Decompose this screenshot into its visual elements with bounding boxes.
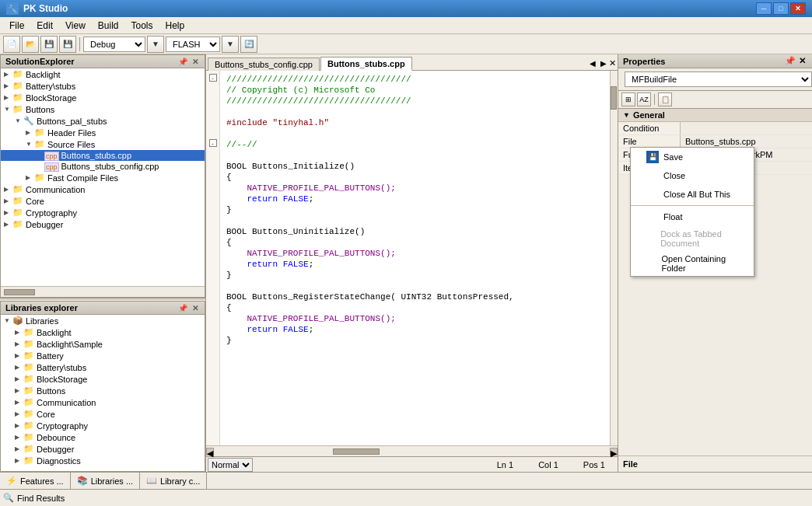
tab-buttons-stubs[interactable]: Buttons_stubs.cpp [320,57,412,71]
tree-item[interactable]: ▼🔧Buttons_pal_stubs [1,115,205,127]
tree-toggle[interactable]: ▶ [15,340,23,347]
library-c-tab[interactable]: 📖 Library c... [140,473,207,489]
props-sort-cat-btn[interactable]: ⊞ [621,92,635,106]
features-tab[interactable]: ⚡ Features ... [0,473,71,489]
tree-item[interactable]: ▼📁Source Files [1,138,205,150]
tree-toggle[interactable]: ▶ [15,457,23,464]
tree-toggle[interactable]: ▶ [4,94,12,101]
tree-item[interactable]: ▶📁Cryptography [1,420,205,431]
tree-toggle[interactable]: ▶ [15,329,23,336]
tree-toggle[interactable]: ▶ [15,352,23,359]
tree-item[interactable]: ▶📁Fast Compile Files [1,172,205,183]
props-pin-icon[interactable]: 📌 [783,56,797,66]
tree-item[interactable]: ▶📁Debounce [1,431,205,443]
tree-toggle[interactable]: ▶ [4,71,12,78]
tree-toggle[interactable]: ▶ [4,209,12,216]
tree-item[interactable]: ▶📁Diagnostics [1,455,205,466]
new-button[interactable]: 📄 [3,36,20,53]
tree-item[interactable]: ▶📁Header Files [1,127,205,138]
collapse-15-btn[interactable]: - [209,139,217,147]
code-editor[interactable]: - - ////////////////////////////////////… [206,71,618,445]
props-close-icon[interactable]: ✕ [797,56,807,66]
target-dropdown-arrow[interactable]: ▼ [222,36,239,53]
hscroll-right[interactable]: ▶ [610,448,618,455]
tree-item[interactable]: ▶📁Battery [1,350,205,361]
pin-icon[interactable]: 📌 [177,58,189,66]
tree-toggle[interactable]: ▶ [26,174,33,181]
close-panel-icon[interactable]: ✕ [191,58,200,66]
close-button[interactable]: ✕ [790,2,806,15]
refresh-button[interactable]: 🔄 [240,36,257,53]
tree-item[interactable]: ▶📁Debugger [1,443,205,455]
gutter-collapse-9[interactable]: - [206,72,219,83]
tree-item[interactable]: cppButtons_stubs_config.cpp [1,161,205,172]
tab-close-icon[interactable]: ✕ [609,58,616,68]
vscroll-thumb[interactable] [611,86,617,110]
tree-toggle[interactable]: ▶ [15,375,23,382]
libraries-tab[interactable]: 📚 Libraries ... [71,473,140,489]
tree-item[interactable]: ▶📁BlockStorage [1,92,205,103]
tree-toggle[interactable]: ▶ [4,186,12,193]
tree-item[interactable]: ▶📁Cryptography [1,207,205,218]
editor-mode-select[interactable]: Normal [208,458,253,472]
tree-item[interactable]: ▶📁Core [1,195,205,207]
gutter-collapse-15[interactable]: - [206,138,219,148]
tree-item[interactable]: ▶📁Backlight\Sample [1,338,205,350]
tree-toggle[interactable]: ▶ [15,410,23,417]
tree-item[interactable]: ▶📁Battery\stubs [1,80,205,92]
tree-toggle[interactable]: ▶ [15,364,23,371]
tree-item[interactable]: ▶📁Communication [1,183,205,195]
code-hscroll[interactable]: ◀ ▶ [206,445,618,456]
tree-toggle[interactable]: ▶ [15,399,23,406]
maximize-button[interactable]: □ [773,2,789,15]
menu-build[interactable]: Build [92,19,125,33]
section-collapse-icon[interactable]: ▼ [623,111,630,119]
code-vscroll[interactable] [610,71,618,445]
props-selector[interactable]: MFBuildFile [625,72,812,87]
tree-item[interactable]: ▶📁Communication [1,396,205,408]
context-open-folder[interactable]: Open Containing Folder [631,251,754,276]
target-dropdown[interactable]: FLASH [166,37,220,52]
tree-toggle[interactable]: ▶ [15,445,23,452]
tab-buttons-config[interactable]: Buttons_stubs_config.cpp [208,58,320,71]
tree-toggle[interactable]: ▼ [4,317,12,324]
lib-close-icon[interactable]: ✕ [191,304,200,312]
tree-toggle[interactable]: ▼ [15,117,23,124]
menu-tools[interactable]: Tools [125,19,159,33]
context-close-all[interactable]: Close All But This [631,185,754,204]
tree-toggle[interactable]: ▶ [15,387,23,394]
props-pages-btn[interactable]: 📋 [658,92,672,106]
tree-item[interactable]: cppButtons_stubs.cpp [1,150,205,161]
collapse-9-btn[interactable]: - [209,74,217,82]
hscroll-code-thumb[interactable] [333,448,380,455]
tree-item[interactable]: ▶📁Buttons [1,385,205,396]
hscroll-thumb[interactable] [4,289,35,295]
menu-edit[interactable]: Edit [30,19,59,33]
tree-item[interactable]: ▶📁Backlight [1,68,205,80]
config-dropdown[interactable]: Debug Release [83,37,145,52]
tree-toggle[interactable]: ▼ [26,141,33,148]
solution-explorer-hscroll[interactable] [1,286,205,297]
tree-toggle[interactable]: ▶ [4,197,12,204]
hscroll-left[interactable]: ◀ [206,448,214,455]
save-button[interactable]: 💾 [40,36,58,53]
minimize-button[interactable]: ─ [756,2,772,15]
context-float[interactable]: Float [631,208,754,226]
menu-view[interactable]: View [59,19,92,33]
menu-help[interactable]: Help [159,19,191,33]
tree-item[interactable]: ▶📁Debugger [1,218,205,230]
tab-right-arrow[interactable]: ▶ [598,59,609,68]
open-button[interactable]: 📂 [22,36,39,53]
tree-item[interactable]: ▶📁Battery\stubs [1,361,205,373]
props-sort-az-btn[interactable]: AZ [637,92,651,106]
tree-item[interactable]: ▼📦Libraries [1,315,205,326]
tree-item[interactable]: ▶📁Backlight [1,326,205,338]
lib-pin-icon[interactable]: 📌 [177,304,189,312]
tree-item[interactable]: ▼📁Buttons [1,103,205,115]
tree-item[interactable]: ▶📁Core [1,408,205,420]
context-close[interactable]: Close [631,166,754,185]
save-all-button[interactable]: 💾 [59,36,76,53]
tree-toggle[interactable]: ▼ [4,106,12,113]
config-dropdown-arrow[interactable]: ▼ [147,36,164,53]
menu-file[interactable]: File [3,19,30,33]
